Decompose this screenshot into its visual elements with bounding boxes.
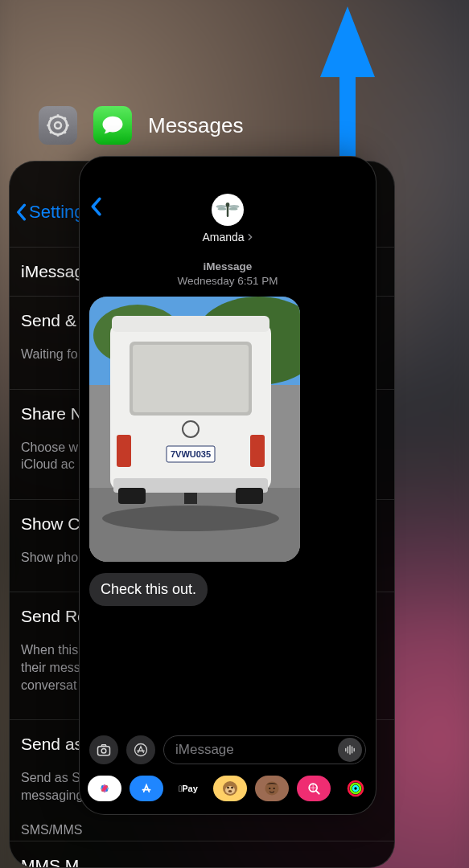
gear-icon bbox=[46, 113, 70, 137]
activity-rings-icon bbox=[346, 779, 365, 798]
svg-rect-12 bbox=[227, 207, 228, 217]
svg-rect-32 bbox=[184, 493, 197, 504]
activity-rings-drawer-icon[interactable] bbox=[339, 776, 372, 801]
svg-point-59 bbox=[274, 788, 275, 789]
svg-rect-36 bbox=[98, 747, 110, 755]
imessage-app-drawer[interactable]: Pay bbox=[80, 771, 376, 814]
app-store-drawer-icon[interactable] bbox=[130, 776, 163, 801]
svg-point-56 bbox=[228, 790, 232, 792]
svg-rect-23 bbox=[112, 316, 269, 332]
svg-line-7 bbox=[50, 117, 51, 119]
svg-rect-34 bbox=[236, 488, 263, 504]
app-store-icon bbox=[133, 742, 149, 758]
magnifier-globe-icon bbox=[306, 780, 322, 796]
message-timestamp: iMessage Wednesday 6:51 PM bbox=[80, 260, 376, 289]
incoming-text-bubble[interactable]: Check this out. bbox=[89, 573, 208, 606]
contact-name-row[interactable]: Amanda bbox=[202, 231, 253, 244]
monkey-face-icon bbox=[220, 779, 240, 798]
svg-point-35 bbox=[102, 506, 279, 531]
svg-rect-27 bbox=[117, 435, 131, 467]
svg-point-54 bbox=[227, 787, 229, 789]
van-photo: 7VWU035 bbox=[89, 297, 300, 562]
memoji-drawer-icon-1[interactable] bbox=[213, 776, 247, 801]
memoji-face-icon bbox=[262, 779, 282, 798]
svg-point-13 bbox=[216, 205, 227, 208]
message-placeholder: iMessage bbox=[175, 742, 234, 758]
svg-line-61 bbox=[316, 791, 319, 794]
chevron-left-icon bbox=[89, 197, 102, 216]
svg-line-8 bbox=[64, 132, 66, 133]
audio-record-button[interactable] bbox=[338, 738, 362, 762]
messages-app-card[interactable]: Amanda iMessage Wednesday 6:51 PM bbox=[79, 156, 376, 815]
svg-point-16 bbox=[229, 207, 238, 210]
front-app-title: Messages bbox=[148, 113, 244, 138]
audio-wave-icon bbox=[343, 743, 357, 757]
photos-flower-icon bbox=[96, 780, 113, 797]
svg-rect-33 bbox=[118, 488, 146, 504]
svg-point-2 bbox=[55, 122, 61, 129]
camera-button[interactable] bbox=[89, 735, 118, 764]
svg-rect-28 bbox=[250, 435, 265, 467]
sms-mms-caption: SMS/MMS bbox=[10, 815, 394, 841]
photos-app-icon[interactable] bbox=[88, 776, 121, 801]
photo-message-bubble[interactable]: 7VWU035 bbox=[89, 297, 300, 562]
dragonfly-icon bbox=[216, 198, 240, 222]
svg-line-9 bbox=[50, 132, 51, 133]
settings-row-mms[interactable]: MMS M bbox=[10, 841, 394, 868]
contact-name: Amanda bbox=[202, 231, 244, 244]
memoji-drawer-icon-2[interactable] bbox=[255, 776, 289, 801]
bubble-text: Check this out. bbox=[101, 581, 196, 597]
camera-icon bbox=[96, 742, 112, 758]
svg-point-64 bbox=[353, 786, 358, 791]
messages-app-icon[interactable] bbox=[93, 106, 132, 145]
app-store-icon bbox=[138, 780, 154, 796]
messages-back-button[interactable] bbox=[89, 197, 102, 219]
svg-line-10 bbox=[64, 117, 66, 119]
chevron-left-icon bbox=[14, 203, 27, 221]
app-store-messages-button[interactable] bbox=[126, 735, 155, 764]
messages-bottom-bar: iMessage bbox=[80, 729, 376, 814]
apple-pay-label: Pay bbox=[179, 784, 198, 793]
svg-text:7VWU035: 7VWU035 bbox=[171, 449, 211, 459]
svg-point-58 bbox=[269, 788, 270, 789]
speech-bubble-icon bbox=[101, 113, 125, 137]
settings-app-icon[interactable] bbox=[39, 106, 77, 145]
app-switcher-header: Messages bbox=[39, 106, 244, 145]
svg-point-14 bbox=[229, 205, 240, 208]
chevron-right-icon bbox=[247, 233, 253, 241]
svg-rect-25 bbox=[133, 345, 249, 412]
apple-pay-drawer-icon[interactable]: Pay bbox=[171, 776, 205, 801]
image-search-drawer-icon[interactable] bbox=[297, 776, 331, 801]
svg-point-55 bbox=[231, 787, 233, 789]
svg-point-37 bbox=[101, 748, 106, 753]
message-input-field[interactable]: iMessage bbox=[163, 735, 366, 764]
contact-avatar[interactable] bbox=[212, 194, 244, 226]
conversation-header: Amanda bbox=[80, 157, 376, 252]
svg-point-15 bbox=[218, 207, 227, 210]
